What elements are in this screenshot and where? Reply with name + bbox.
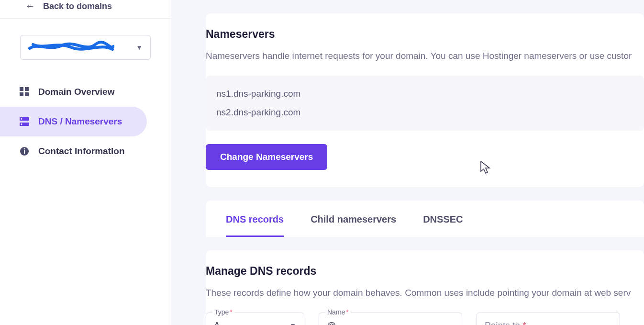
main-content: Nameservers Nameservers handle internet … xyxy=(171,0,644,325)
nameservers-title: Nameservers xyxy=(206,28,644,41)
svg-rect-9 xyxy=(24,150,25,154)
record-points-to-input-wrap: Points to * xyxy=(477,313,620,325)
manage-dns-title: Manage DNS records xyxy=(206,265,644,278)
domain-selector-dropdown[interactable]: ▼ xyxy=(20,35,151,60)
nameservers-description: Nameservers handle internet requests for… xyxy=(206,49,644,63)
record-type-value: A xyxy=(214,320,220,325)
back-label: Back to domains xyxy=(43,1,112,11)
nav-domain-overview[interactable]: Domain Overview xyxy=(0,77,147,107)
redacted-domain-scribble-icon xyxy=(28,40,114,53)
nav-contact-information[interactable]: Contact Information xyxy=(0,136,147,166)
info-icon xyxy=(19,146,30,157)
name-field-wrap: Name* xyxy=(319,313,462,325)
change-nameservers-button[interactable]: Change Nameservers xyxy=(206,144,327,170)
svg-rect-3 xyxy=(25,92,29,96)
nav-label: Domain Overview xyxy=(38,87,114,97)
nameservers-card: Nameservers Nameservers handle internet … xyxy=(206,13,644,187)
dns-tabs: DNS records Child nameservers DNSSEC xyxy=(206,201,644,237)
tab-dnssec[interactable]: DNSSEC xyxy=(423,214,463,237)
type-label: Type* xyxy=(212,308,234,316)
nav-dns-nameservers[interactable]: DNS / Nameservers xyxy=(0,107,147,136)
domain-selector-value xyxy=(28,40,114,55)
manage-dns-card: Manage DNS records These records define … xyxy=(206,250,644,325)
manage-dns-description: These records define how your domain beh… xyxy=(206,286,644,300)
type-field-wrap: Type* A ▼ xyxy=(206,313,304,325)
chevron-down-icon: ▼ xyxy=(136,44,143,51)
svg-point-7 xyxy=(21,123,22,125)
nav-label: Contact Information xyxy=(38,146,125,157)
tab-dns-records[interactable]: DNS records xyxy=(226,214,284,237)
svg-point-10 xyxy=(24,148,25,150)
points-to-field-wrap: Points to * xyxy=(477,313,620,325)
arrow-left-icon: ← xyxy=(25,0,35,12)
chevron-down-icon: ▼ xyxy=(289,322,296,325)
svg-rect-0 xyxy=(20,87,23,91)
sidebar-nav: Domain Overview DNS / Nameservers Contac… xyxy=(0,75,171,168)
grid-icon xyxy=(19,87,30,97)
svg-point-6 xyxy=(21,118,22,120)
nameserver-entry: ns2.dns-parking.com xyxy=(216,103,633,122)
tab-child-nameservers[interactable]: Child nameservers xyxy=(311,214,396,237)
svg-rect-2 xyxy=(20,92,23,96)
nameserver-list: ns1.dns-parking.com ns2.dns-parking.com xyxy=(206,76,644,131)
dns-record-form: Type* A ▼ Name* Points to * xyxy=(206,313,644,325)
server-icon xyxy=(19,116,30,127)
back-to-domains-link[interactable]: ← Back to domains xyxy=(0,0,171,19)
points-to-placeholder: Points to * xyxy=(485,320,526,325)
svg-rect-1 xyxy=(25,87,29,91)
sidebar: ← Back to domains ▼ Domain Overview xyxy=(0,0,171,325)
nameserver-entry: ns1.dns-parking.com xyxy=(216,84,633,103)
name-label: Name* xyxy=(325,308,351,316)
nav-label: DNS / Nameservers xyxy=(38,116,122,127)
record-name-input[interactable] xyxy=(327,320,454,325)
